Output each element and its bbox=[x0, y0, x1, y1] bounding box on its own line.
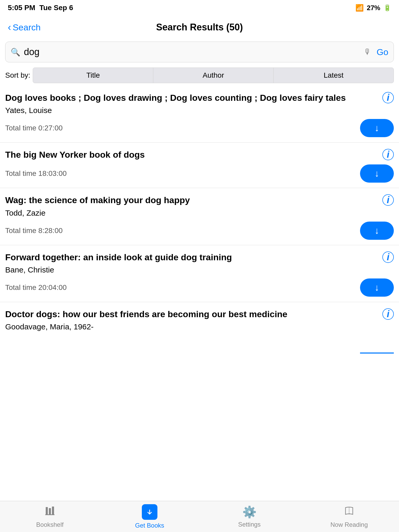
download-button[interactable]: ↓ bbox=[360, 119, 394, 137]
svg-rect-2 bbox=[52, 507, 54, 514]
result-title[interactable]: The big New Yorker book of dogs bbox=[5, 149, 394, 160]
total-time: Total time 20:04:00 bbox=[5, 283, 67, 292]
result-footer: Total time 8:28:00 ↓ bbox=[5, 222, 394, 245]
info-icon-3[interactable]: i bbox=[382, 251, 394, 263]
result-footer bbox=[5, 335, 394, 359]
tab-bookshelf-label: Bookshelf bbox=[36, 521, 63, 528]
status-time: 5:05 PM Tue Sep 6 bbox=[8, 4, 73, 12]
download-icon: ↓ bbox=[375, 225, 379, 236]
battery-percent: 27% bbox=[367, 4, 380, 12]
list-item: i Doctor dogs: how our best friends are … bbox=[0, 302, 399, 359]
tab-settings[interactable]: ⚙️ Settings bbox=[223, 505, 275, 528]
download-button[interactable]: ↓ bbox=[360, 278, 394, 297]
result-footer: Total time 0:27:00 ↓ bbox=[5, 119, 394, 142]
download-icon: ↓ bbox=[375, 123, 379, 134]
tab-now-reading[interactable]: Now Reading bbox=[323, 505, 375, 528]
result-footer: Total time 20:04:00 ↓ bbox=[5, 278, 394, 302]
microphone-icon[interactable]: 🎙 bbox=[364, 48, 371, 56]
results-list: i Dog loves books ; Dog loves drawing ; … bbox=[0, 86, 399, 359]
total-time: Total time 0:27:00 bbox=[5, 124, 63, 132]
back-button[interactable]: ‹ Search bbox=[8, 22, 41, 33]
tab-now-reading-label: Now Reading bbox=[330, 521, 368, 528]
sort-author[interactable]: Author bbox=[153, 68, 274, 83]
bookshelf-icon bbox=[44, 505, 56, 519]
list-item: i Forward together: an inside look at gu… bbox=[0, 245, 399, 302]
info-icon-4[interactable]: i bbox=[382, 308, 394, 320]
tab-bar: Bookshelf Get Books ⚙️ Settings Now Read… bbox=[0, 501, 399, 532]
status-icons: 📶 27% 🔋 bbox=[355, 4, 391, 12]
result-title[interactable]: Dog loves books ; Dog loves drawing ; Do… bbox=[5, 92, 394, 103]
search-bar: 🔍 🎙 Go bbox=[5, 42, 394, 62]
info-icon-0[interactable]: i bbox=[382, 92, 394, 103]
tab-settings-label: Settings bbox=[238, 521, 261, 528]
download-icon: ↓ bbox=[375, 168, 379, 179]
info-icon-1[interactable]: i bbox=[382, 149, 394, 160]
result-author: Todd, Zazie bbox=[5, 209, 394, 217]
go-button[interactable]: Go bbox=[377, 47, 388, 57]
chevron-left-icon: ‹ bbox=[8, 22, 11, 33]
download-button[interactable]: ↓ bbox=[360, 222, 394, 240]
sort-title[interactable]: Title bbox=[33, 68, 153, 83]
search-icon: 🔍 bbox=[11, 48, 20, 57]
result-author: Bane, Christie bbox=[5, 265, 394, 274]
total-time: Total time 18:03:00 bbox=[5, 169, 67, 178]
list-item: i The big New Yorker book of dogs Total … bbox=[0, 143, 399, 188]
download-button[interactable]: ↓ bbox=[360, 164, 394, 183]
list-item: i Dog loves books ; Dog loves drawing ; … bbox=[0, 86, 399, 143]
get-books-icon bbox=[142, 504, 157, 520]
now-reading-icon bbox=[343, 505, 355, 519]
download-icon: ↓ bbox=[375, 282, 379, 293]
result-title[interactable]: Wag: the science of making your dog happ… bbox=[5, 194, 394, 206]
tab-bookshelf[interactable]: Bookshelf bbox=[24, 505, 76, 528]
list-item: i Wag: the science of making your dog ha… bbox=[0, 188, 399, 245]
status-bar: 5:05 PM Tue Sep 6 📶 27% 🔋 bbox=[0, 0, 399, 16]
result-title[interactable]: Doctor dogs: how our best friends are be… bbox=[5, 308, 394, 320]
back-label: Search bbox=[13, 22, 41, 32]
result-footer: Total time 18:03:00 ↓ bbox=[5, 164, 394, 188]
wifi-icon: 📶 bbox=[355, 4, 364, 12]
battery-icon: 🔋 bbox=[383, 4, 391, 11]
svg-rect-1 bbox=[49, 508, 51, 514]
result-title[interactable]: Forward together: an inside look at guid… bbox=[5, 251, 394, 263]
settings-icon: ⚙️ bbox=[242, 505, 257, 519]
total-time: Total time 8:28:00 bbox=[5, 227, 63, 235]
result-author: Yates, Louise bbox=[5, 106, 394, 115]
search-input[interactable] bbox=[24, 46, 364, 57]
tab-get-books[interactable]: Get Books bbox=[124, 504, 176, 529]
svg-rect-0 bbox=[46, 507, 48, 514]
sort-row: Sort by: Title Author Latest bbox=[0, 65, 399, 83]
header: ‹ Search Search Results (50) bbox=[0, 16, 399, 39]
sort-label: Sort by: bbox=[5, 71, 30, 79]
page-title: Search Results (50) bbox=[156, 22, 243, 33]
sort-options: Title Author Latest bbox=[33, 68, 394, 83]
tab-get-books-label: Get Books bbox=[135, 522, 164, 529]
svg-rect-3 bbox=[45, 514, 55, 515]
result-author: Goodavage, Maria, 1962- bbox=[5, 322, 394, 331]
sort-latest[interactable]: Latest bbox=[274, 68, 394, 83]
